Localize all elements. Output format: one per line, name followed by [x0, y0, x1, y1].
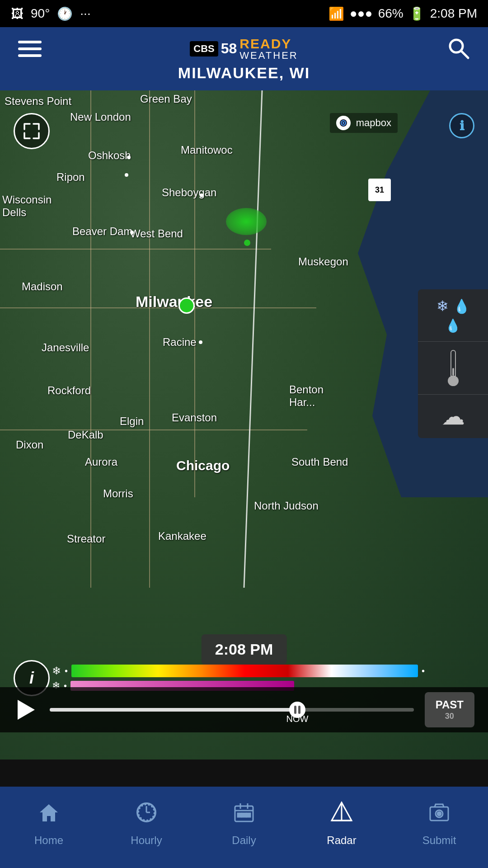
city-label: BentonHar... [289, 383, 324, 409]
radar-icon [330, 801, 353, 830]
time-display-popup: 2:08 PM [202, 634, 287, 665]
more-icon: ··· [80, 6, 90, 21]
past-button[interactable]: PAST 30 [425, 692, 474, 727]
nav-daily[interactable]: Daily [195, 787, 293, 868]
city-label: Rockford [47, 384, 91, 397]
screen-icon: 🖼 [11, 6, 23, 21]
alarm-icon: 🕐 [57, 6, 73, 21]
daily-label: Daily [232, 834, 256, 847]
app-header: CBS 58 READY WEATHER MILWAUKEE, WI [0, 27, 488, 90]
wifi-icon: 📶 [328, 6, 344, 21]
precipitation-layer[interactable]: ❄ 💧 💧 [418, 289, 488, 342]
search-button[interactable] [446, 36, 470, 61]
nav-submit[interactable]: Submit [390, 787, 488, 868]
playback-controls[interactable]: NOW PAST 30 [0, 687, 488, 732]
nav-radar[interactable]: Radar [293, 787, 390, 868]
road-line [0, 249, 271, 250]
hourly-icon [135, 801, 158, 830]
legend-snowflake: ❄ [52, 665, 61, 677]
mapbox-icon [336, 116, 351, 130]
city-label-milwaukee: Milwaukee [136, 293, 212, 311]
weather-label: WEATHER [239, 51, 298, 61]
city-dot [125, 173, 128, 177]
home-icon [37, 801, 61, 830]
road-line [90, 90, 91, 588]
svg-rect-15 [242, 813, 246, 817]
city-label: Evanston [172, 411, 217, 424]
timeline-track[interactable]: NOW [50, 708, 414, 712]
pause-line2 [298, 706, 300, 714]
city-label: Dixon [16, 439, 43, 451]
city-label: Stevens Point [5, 95, 71, 108]
play-button[interactable] [14, 697, 39, 722]
city-dot [130, 231, 134, 234]
home-label: Home [34, 834, 63, 847]
legend-row1: ❄ • • [52, 665, 425, 677]
temp-status: 90° [31, 6, 50, 21]
ready-label: READY [239, 37, 298, 51]
battery-level: 66% [378, 6, 404, 21]
city-dot [200, 193, 203, 197]
road-line [149, 90, 150, 588]
submit-label: Submit [422, 834, 456, 847]
bottom-navigation: Home Hourly Daily [0, 787, 488, 868]
cbs-badge: CBS [190, 41, 218, 57]
status-left: 🖼 90° 🕐 ··· [11, 6, 91, 21]
city-label: New London [70, 111, 131, 123]
menu-button[interactable] [18, 41, 42, 57]
map-container[interactable]: Stevens Point Green Bay New London Manit… [0, 90, 488, 787]
cloud-layer[interactable]: ☁ [418, 395, 488, 438]
status-right: 📶 ●●● 66% 🔋 2:08 PM [328, 6, 477, 21]
city-label: Manitowoc [181, 144, 233, 156]
city-label: Ripon [56, 171, 85, 184]
route-number: 31 [375, 185, 384, 195]
city-label: Beaver Dam [72, 225, 132, 238]
svg-rect-16 [247, 813, 250, 817]
precip-gradient-bar [71, 665, 418, 677]
now-label: NOW [286, 714, 308, 724]
past-sub: 30 [445, 712, 454, 722]
city-display: MILWAUKEE, WI [178, 64, 310, 82]
temperature-layer[interactable] [418, 342, 488, 395]
precipitation-indicator [226, 208, 267, 235]
map-info-button[interactable]: ℹ [449, 113, 474, 138]
city-label: Morris [103, 487, 133, 500]
play-icon [18, 700, 35, 720]
precip-dot [244, 240, 250, 246]
timeline-fill [50, 708, 297, 712]
status-bar: 🖼 90° 🕐 ··· 📶 ●●● 66% 🔋 2:08 PM [0, 0, 488, 27]
mapbox-attribution: mapbox [330, 113, 398, 133]
thermometer-icon [448, 350, 459, 386]
svg-point-22 [437, 812, 441, 816]
city-label: Kankakee [158, 530, 206, 542]
hourly-label: Hourly [131, 834, 162, 847]
clock-display: 2:08 PM [430, 6, 477, 21]
cbs-text: CBS [193, 43, 214, 54]
city-label: Oshkosh [88, 149, 131, 162]
snowflake-icon: ❄ [436, 297, 449, 315]
raindrop-icon2: 💧 [445, 318, 461, 333]
expand-map-button[interactable] [14, 113, 50, 149]
nav-hourly[interactable]: Hourly [98, 787, 195, 868]
city-label: Sheboygan [162, 186, 216, 199]
current-time-label: 2:08 PM [215, 641, 273, 658]
city-label: Madison [22, 280, 63, 293]
logo-area: CBS 58 READY WEATHER [190, 37, 298, 61]
road-line [0, 429, 307, 430]
info-icon: ℹ [460, 118, 465, 133]
nav-home[interactable]: Home [0, 787, 98, 868]
cloud-icon: ☁ [441, 403, 465, 430]
info-label: i [29, 669, 34, 688]
black-area [0, 760, 488, 787]
city-label: South Bend [291, 456, 348, 468]
signal-icon: ●●● [350, 6, 373, 21]
route-sign: 31 [368, 179, 391, 201]
city-label: Aurora [85, 456, 117, 468]
city-label: North Judson [254, 500, 319, 512]
city-label: Janesville [42, 341, 89, 354]
city-label: West Bend [130, 227, 183, 240]
weather-layers-panel[interactable]: ❄ 💧 💧 ☁ [418, 289, 488, 438]
battery-icon: 🔋 [409, 6, 425, 21]
past-label: PAST [436, 698, 464, 712]
svg-line-1 [461, 51, 468, 58]
